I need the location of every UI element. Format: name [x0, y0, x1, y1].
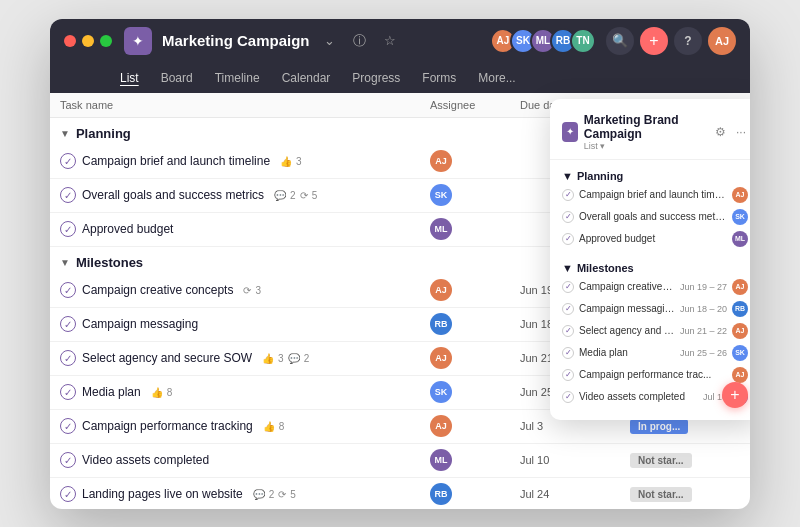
task-check-icon[interactable]: ✓ — [60, 452, 76, 468]
mini-task-row[interactable]: ✓ Approved budget ML — [562, 228, 748, 250]
chevron-down-icon[interactable]: ⌄ — [320, 31, 339, 50]
mini-avatar: ML — [732, 231, 748, 247]
mini-task-row[interactable]: ✓ Campaign messaging Jun 18 – 20 RB — [562, 298, 748, 320]
search-button[interactable]: 🔍 — [606, 27, 634, 55]
task-name-video-assets: Video assets completed — [82, 453, 209, 467]
task-name-cell: ✓ Video assets completed — [60, 452, 430, 468]
comment-icon: 💬 — [274, 190, 286, 201]
task-meta: 💬 2 ⟳ 5 — [274, 190, 317, 201]
info-icon[interactable]: ⓘ — [349, 30, 370, 52]
table-row[interactable]: ✓ Landing pages live on website 💬 2 ⟳ 5 … — [50, 478, 750, 509]
comment-icon: 💬 — [253, 489, 265, 500]
add-button[interactable]: + — [640, 27, 668, 55]
tab-calendar[interactable]: Calendar — [272, 67, 341, 89]
chevron-down-icon: ▼ — [562, 170, 573, 182]
task-name-cell: ✓ Campaign creative concepts ⟳ 3 — [60, 282, 430, 298]
mini-section-milestones-title: ▼ Milestones — [562, 258, 748, 276]
assignee-avatar[interactable]: RB — [430, 313, 452, 335]
header-avatars: AJ SK ML RB TN — [490, 28, 596, 54]
window-title-area: ✦ Marketing Campaign ⌄ ⓘ ☆ — [124, 27, 490, 55]
assignee-avatar[interactable]: AJ — [430, 279, 452, 301]
mini-task-row[interactable]: ✓ Video assets completed Jul 10 ML — [562, 386, 748, 408]
tab-board[interactable]: Board — [151, 67, 203, 89]
task-check-icon[interactable]: ✓ — [60, 187, 76, 203]
assignee-cell: AJ — [430, 279, 520, 301]
maximize-button[interactable] — [100, 35, 112, 47]
task-name-cell: ✓ Campaign performance tracking 👍 8 — [60, 418, 430, 434]
task-name-cell: ✓ Landing pages live on website 💬 2 ⟳ 5 — [60, 486, 430, 502]
mini-section-planning: ▼ Planning ✓ Campaign brief and launch t… — [550, 160, 750, 252]
task-name: Campaign creative concepts — [82, 283, 233, 297]
tab-progress[interactable]: Progress — [342, 67, 410, 89]
task-check-icon[interactable]: ✓ — [60, 384, 76, 400]
mini-app-icon: ✦ — [562, 122, 578, 142]
mini-task-name: Campaign creative con... — [579, 281, 675, 292]
mini-more-icon[interactable]: ··· — [734, 123, 748, 141]
assignee-avatar[interactable]: ML — [430, 218, 452, 240]
task-check-icon[interactable]: ✓ — [60, 282, 76, 298]
assignee-avatar[interactable]: AJ — [430, 415, 452, 437]
window-title: Marketing Campaign — [162, 32, 310, 49]
task-check-icon[interactable]: ✓ — [60, 316, 76, 332]
task-meta: 👍 8 — [263, 421, 285, 432]
task-check-icon[interactable]: ✓ — [60, 418, 76, 434]
task-meta: 💬 2 ⟳ 5 — [253, 489, 296, 500]
mini-task-row[interactable]: ✓ Overall goals and success metrics SK — [562, 206, 748, 228]
assignee-avatar[interactable]: SK — [430, 184, 452, 206]
minimize-button[interactable] — [82, 35, 94, 47]
task-meta: 👍 8 — [151, 387, 173, 398]
tab-forms[interactable]: Forms — [412, 67, 466, 89]
mini-task-row[interactable]: ✓ Campaign creative con... Jun 19 – 27 A… — [562, 276, 748, 298]
task-check-icon[interactable]: ✓ — [60, 486, 76, 502]
mini-action-buttons: ⚙ ··· — [713, 123, 748, 141]
mini-panel-subtitle[interactable]: List ▾ — [584, 141, 707, 151]
mini-task-row[interactable]: ✓ Media plan Jun 25 – 26 SK — [562, 342, 748, 364]
task-name-cell: ✓ Select agency and secure SOW 👍 3 💬 2 — [60, 350, 430, 366]
nav-tabs: List Board Timeline Calendar Progress Fo… — [50, 63, 750, 93]
task-check-icon[interactable]: ✓ — [60, 153, 76, 169]
mini-check-icon: ✓ — [562, 369, 574, 381]
col-assignee: Assignee — [430, 99, 520, 111]
mini-settings-icon[interactable]: ⚙ — [713, 123, 728, 141]
date-cell: Jul 10 — [520, 454, 630, 466]
mini-task-row[interactable]: ✓ Select agency and sec... Jun 21 – 22 A… — [562, 320, 748, 342]
mini-task-name: Video assets completed — [579, 391, 698, 402]
star-icon[interactable]: ☆ — [380, 31, 400, 50]
section-planning-title: Planning — [76, 126, 131, 141]
avatar[interactable]: TN — [570, 28, 596, 54]
tab-more[interactable]: More... — [468, 67, 525, 89]
mini-check-icon: ✓ — [562, 211, 574, 223]
status-cell: In prog... — [630, 419, 740, 434]
task-name: Overall goals and success metrics — [82, 188, 264, 202]
subtask-count: 5 — [290, 489, 296, 500]
task-name-cell: ✓ Campaign messaging — [60, 316, 430, 332]
status-badge: In prog... — [630, 419, 688, 434]
mini-task-row[interactable]: ✓ Campaign brief and launch timeline AJ — [562, 184, 748, 206]
close-button[interactable] — [64, 35, 76, 47]
task-check-icon[interactable]: ✓ — [60, 221, 76, 237]
tab-list[interactable]: List — [110, 67, 149, 89]
assignee-avatar[interactable]: AJ — [430, 347, 452, 369]
main-window: ✦ Marketing Campaign ⌄ ⓘ ☆ AJ SK ML RB T… — [50, 19, 750, 509]
mini-task-row[interactable]: ✓ Campaign performance trac... AJ — [562, 364, 748, 386]
assignee-avatar[interactable]: SK — [430, 381, 452, 403]
assignee-cell: AJ — [430, 347, 520, 369]
task-check-icon[interactable]: ✓ — [60, 350, 76, 366]
mini-fab-add-button[interactable]: + — [722, 382, 748, 408]
assignee-avatar[interactable]: ML — [430, 449, 452, 471]
user-avatar[interactable]: AJ — [708, 27, 736, 55]
status-cell: Not star... — [630, 487, 740, 502]
assignee-avatar[interactable]: AJ — [430, 150, 452, 172]
help-button[interactable]: ? — [674, 27, 702, 55]
mini-panel-title: Marketing Brand Campaign — [584, 113, 707, 141]
mini-task-name: Campaign messaging — [579, 303, 675, 314]
tab-timeline[interactable]: Timeline — [205, 67, 270, 89]
comment-count: 2 — [290, 190, 296, 201]
like-icon: 👍 — [263, 421, 275, 432]
like-count: 3 — [296, 156, 302, 167]
status-cell: Not star... — [630, 453, 740, 468]
table-row[interactable]: ✓ Video assets completed ML Jul 10 Not s… — [50, 444, 750, 478]
assignee-cell: RB — [430, 313, 520, 335]
assignee-avatar[interactable]: RB — [430, 483, 452, 505]
assignee-cell: AJ — [430, 415, 520, 437]
